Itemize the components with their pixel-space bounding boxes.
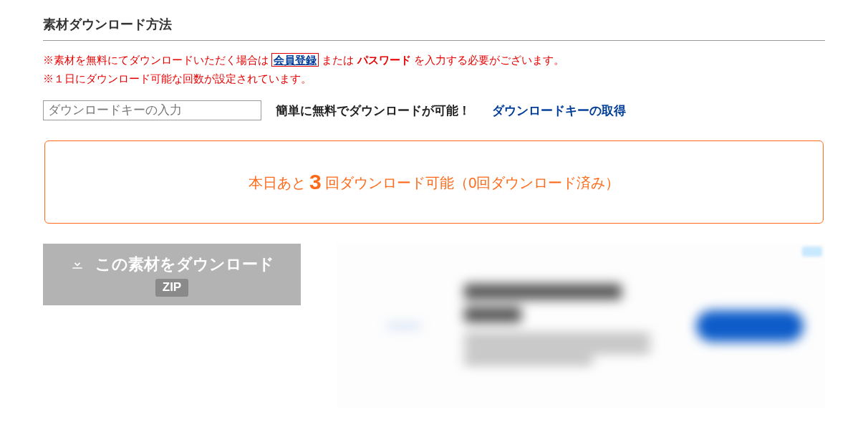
download-key-info: 簡単に無料でダウンロードが可能！ — [276, 102, 471, 119]
quota-before: 本日あと — [249, 175, 310, 191]
section-heading: 素材ダウンロード方法 — [43, 16, 825, 41]
download-button-label: この素材をダウンロード — [95, 255, 274, 273]
notice-text: ※素材を無料にてダウンロードいただく場合は 会員登録 または パスワード を入力… — [43, 51, 825, 87]
register-link[interactable]: 会員登録 — [271, 53, 319, 67]
notice-mid: または — [319, 54, 357, 66]
quota-count: 3 — [309, 170, 322, 194]
download-format-badge: ZIP — [155, 279, 188, 297]
download-key-row: 簡単に無料でダウンロードが可能！ ダウンロードキーの取得 — [43, 100, 825, 120]
download-icon — [69, 255, 90, 273]
quota-status-box: 本日あと 3 回ダウンロード可能（0回ダウンロード済み） — [44, 140, 824, 224]
download-key-input[interactable] — [43, 100, 261, 120]
get-download-key-link[interactable]: ダウンロードキーの取得 — [492, 102, 626, 119]
notice-prefix: ※素材を無料にてダウンロードいただく場合は — [43, 54, 271, 66]
notice-line2: ※１日にダウンロード可能な回数が設定されています。 — [43, 70, 825, 88]
quota-after: 回ダウンロード可能（0回ダウンロード済み） — [322, 175, 620, 191]
notice-suffix: を入力する必要がございます。 — [411, 54, 564, 66]
notice-password: パスワード — [357, 54, 411, 66]
download-material-button[interactable]: この素材をダウンロード ZIP — [43, 244, 301, 305]
advertisement[interactable]: ——— — [337, 244, 825, 409]
